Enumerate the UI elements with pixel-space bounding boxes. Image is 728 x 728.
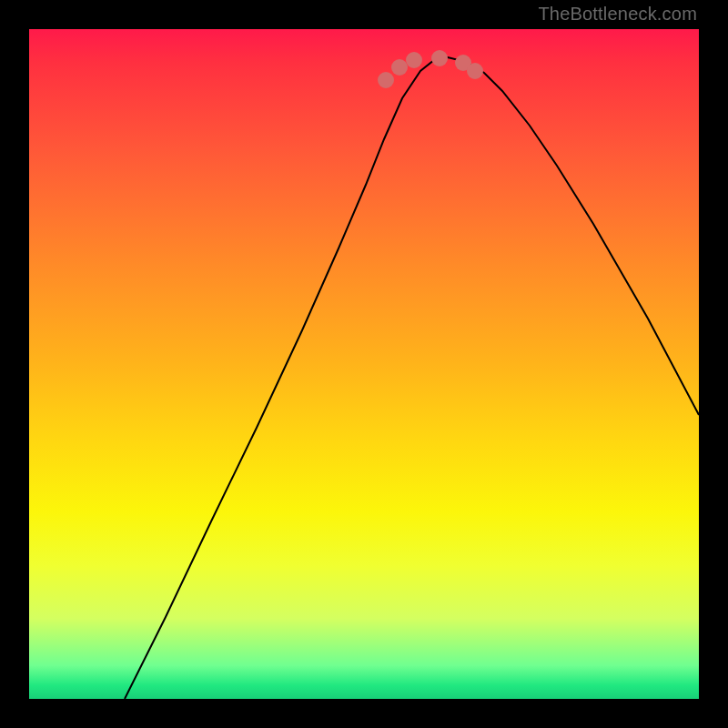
bottleneck-curve-path xyxy=(125,57,699,699)
watermark-text: TheBottleneck.com xyxy=(538,4,697,25)
marker-dot xyxy=(431,50,448,66)
plot-area xyxy=(29,29,699,699)
marker-dot xyxy=(391,59,408,76)
marker-dot xyxy=(467,63,483,79)
curve-layer xyxy=(29,29,699,699)
chart-frame: TheBottleneck.com xyxy=(0,0,728,728)
marker-dot xyxy=(378,72,394,88)
marker-dot xyxy=(406,52,422,68)
marker-dots-group xyxy=(378,50,483,88)
